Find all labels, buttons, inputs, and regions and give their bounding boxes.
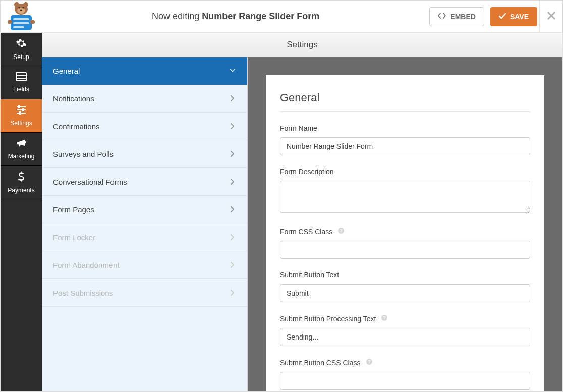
label-form-name: Form Name	[280, 124, 530, 132]
svg-point-1	[14, 2, 19, 7]
svg-rect-9	[13, 22, 29, 24]
nav-label: Payments	[8, 187, 34, 194]
label-form-description: Form Description	[280, 167, 530, 176]
panel-row-label: Notifications	[53, 94, 94, 103]
settings-panel: General Notifications Confirmations Surv…	[42, 57, 248, 391]
nav-marketing[interactable]: Marketing	[1, 133, 42, 166]
svg-text:?: ?	[368, 359, 371, 364]
content-heading: General	[280, 91, 530, 112]
panel-row-notifications[interactable]: Notifications	[42, 85, 247, 113]
panel-row-post-submissions[interactable]: Post Submissions	[42, 279, 247, 307]
nav-fields[interactable]: Fields	[1, 66, 42, 99]
svg-rect-19	[22, 108, 24, 111]
chevron-right-icon	[230, 262, 235, 268]
input-form-description[interactable]	[280, 181, 530, 213]
svg-rect-12	[30, 20, 35, 24]
help-icon[interactable]: ?	[381, 314, 388, 323]
panel-row-confirmations[interactable]: Confirmations	[42, 113, 247, 140]
panel-row-label: Form Locker	[53, 233, 95, 242]
chevron-down-icon	[230, 69, 235, 73]
editing-form-name: Number Range Slider Form	[202, 11, 319, 21]
input-form-css[interactable]	[280, 241, 530, 259]
nav-label: Setup	[13, 53, 29, 61]
nav-setup[interactable]: Setup	[1, 33, 42, 66]
nav-settings[interactable]: Settings	[1, 99, 42, 133]
svg-point-5	[22, 7, 24, 8]
panel-row-label: Post Submissions	[53, 289, 113, 297]
svg-rect-10	[13, 26, 24, 28]
panel-row-label: Conversational Forms	[53, 178, 127, 186]
chevron-right-icon	[230, 234, 235, 240]
help-icon[interactable]: ?	[366, 358, 373, 367]
chevron-right-icon	[230, 290, 235, 296]
dollar-icon	[18, 171, 25, 184]
editing-prefix: Now editing	[152, 11, 202, 21]
input-form-name[interactable]	[280, 137, 530, 155]
chevron-right-icon	[230, 123, 235, 129]
chevron-right-icon	[230, 151, 235, 157]
svg-point-2	[23, 2, 28, 7]
panel-row-formpages[interactable]: Form Pages	[42, 196, 247, 223]
label-submit-text: Submit Button Text	[280, 271, 530, 279]
input-submit-processing[interactable]	[280, 328, 530, 346]
app-logo	[1, 2, 42, 31]
save-button[interactable]: SAVE	[490, 7, 537, 26]
panel-row-label: Form Pages	[53, 205, 94, 214]
panel-row-formlocker[interactable]: Form Locker	[42, 223, 247, 251]
chevron-right-icon	[230, 179, 235, 185]
input-submit-css[interactable]	[280, 372, 530, 390]
editing-title: Now editing Number Range Slider Form	[42, 11, 429, 22]
svg-rect-21	[19, 111, 21, 115]
check-icon	[499, 13, 506, 21]
panel-row-conversational[interactable]: Conversational Forms	[42, 168, 247, 196]
embed-label: EMBED	[450, 13, 476, 21]
panel-title: Settings	[42, 33, 562, 57]
panel-row-label: Surveys and Polls	[53, 150, 114, 158]
nav-label: Marketing	[8, 153, 35, 160]
panel-row-label: General	[53, 67, 80, 75]
save-label: SAVE	[510, 13, 529, 21]
chevron-right-icon	[230, 206, 235, 212]
help-icon[interactable]: ?	[337, 227, 345, 236]
svg-rect-8	[13, 18, 29, 20]
list-icon	[16, 72, 27, 83]
nav-label: Settings	[10, 120, 32, 127]
nav-payments[interactable]: Payments	[1, 166, 42, 199]
panel-row-general[interactable]: General	[42, 57, 247, 85]
svg-point-6	[20, 9, 22, 11]
nav-label: Fields	[13, 86, 29, 93]
svg-rect-13	[16, 73, 26, 81]
close-button[interactable]	[539, 1, 562, 32]
sliders-icon	[16, 105, 27, 117]
svg-rect-17	[18, 105, 20, 108]
embed-button[interactable]: EMBED	[429, 7, 484, 26]
panel-row-surveys[interactable]: Surveys and Polls	[42, 140, 247, 168]
panel-row-label: Confirmations	[53, 122, 100, 131]
label-submit-processing: Submit Button Processing Text ?	[280, 314, 530, 323]
code-icon	[438, 12, 446, 21]
svg-text:?: ?	[340, 228, 343, 233]
input-submit-text[interactable]	[280, 284, 530, 302]
panel-row-abandonment[interactable]: Form Abandonment	[42, 251, 247, 279]
close-icon	[547, 12, 555, 22]
panel-row-label: Form Abandonment	[53, 261, 120, 269]
bullhorn-icon	[16, 138, 27, 150]
label-form-css: Form CSS Class ?	[280, 227, 530, 236]
primary-nav: Setup Fields Settings Marketing Payments	[1, 33, 42, 391]
svg-point-4	[18, 7, 20, 8]
label-submit-css: Submit Button CSS Class ?	[280, 358, 530, 367]
gear-icon	[16, 38, 27, 50]
svg-text:?: ?	[383, 315, 386, 320]
main-content: General Form Name Form Description Form …	[248, 57, 562, 391]
svg-rect-11	[8, 20, 12, 24]
chevron-right-icon	[230, 95, 235, 101]
